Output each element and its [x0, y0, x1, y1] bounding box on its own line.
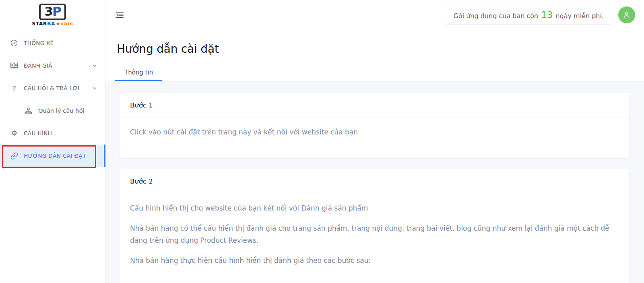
card-paragraph: Click vào nút cài đặt trên trang này và …: [130, 126, 619, 138]
star-icon: ★: [56, 21, 60, 27]
page-title: Hướng dẫn cài đặt: [117, 42, 644, 56]
logo-word-ba: BA: [47, 21, 55, 27]
gear-icon: ⚙: [10, 130, 19, 137]
logo-text-p: P: [52, 5, 61, 18]
trial-notice: Gói ứng dụng của bạn còn 13 ngày miễn ph…: [445, 6, 612, 25]
chevron-down-icon: [92, 86, 97, 91]
card-body: Click vào nút cài đặt trên trang này và …: [120, 118, 629, 158]
sidebar: 3P STARBA★com THỐNG KÊ: [0, 0, 105, 283]
logo-word-star: STAR: [32, 21, 47, 27]
sidebar-item-label: CẤU HÌNH: [24, 130, 52, 136]
sidebar-collapse-button[interactable]: [115, 11, 124, 19]
trial-notice-prefix: Gói ứng dụng của bạn còn: [453, 12, 538, 20]
step-1-card: Bước 1 Click vào nút cài đặt trên trang …: [119, 93, 630, 159]
tab-label: Thông tin: [124, 69, 153, 76]
sidebar-item-label: Quản lý câu hỏi: [38, 107, 85, 114]
sidebar-item-label: ĐÁNH GIÁ: [24, 62, 52, 69]
content-area: Bước 1 Click vào nút cài đặt trên trang …: [105, 81, 644, 283]
book-icon: [10, 62, 19, 70]
user-avatar-button[interactable]: [618, 6, 635, 23]
topbar: Gói ứng dụng của bạn còn 13 ngày miễn ph…: [105, 0, 644, 30]
link-icon: [10, 152, 19, 160]
sidebar-item-label: HƯỚNG DẪN CÀI ĐẶT: [24, 153, 86, 159]
sidebar-item-quan-ly-cau-hoi[interactable]: Quản lý câu hỏi: [0, 99, 105, 122]
chevron-down-icon: [92, 63, 97, 68]
logo-word-com: com: [61, 21, 73, 27]
main-content: Hướng dẫn cài đặt Thông tin Bước 1 Click…: [105, 30, 644, 283]
step-2-card: Bước 2 Cấu hình hiển thị cho website của…: [119, 169, 630, 283]
sidebar-item-huong-dan-cai-dat[interactable]: HƯỚNG DẪN CÀI ĐẶT: [0, 145, 105, 167]
trial-days-remaining: 13: [541, 10, 553, 20]
sidebar-nav: THỐNG KÊ ĐÁNH GIÁ ? CÂU HỎI & TRẢ LỜI: [0, 30, 105, 167]
sidebar-item-cau-hoi-tra-loi[interactable]: ? CÂU HỎI & TRẢ LỜI: [0, 77, 105, 99]
tab-bar: Thông tin: [105, 64, 644, 81]
sidebar-item-cau-hinh[interactable]: ⚙ CẤU HÌNH: [0, 122, 105, 145]
card-header: Bước 1: [120, 93, 629, 118]
brand-logo-mark: 3P: [39, 4, 66, 20]
sitemap-icon: [24, 107, 33, 114]
question-icon: ?: [10, 84, 19, 93]
card-paragraph: Nhà bán hàng thực hiện cấu hình hiển thị…: [130, 254, 619, 266]
brand-logo-wordmark: STARBA★com: [32, 21, 73, 27]
gauge-icon: [10, 39, 19, 47]
active-item-indicator: [104, 145, 105, 167]
card-header: Bước 2: [120, 169, 629, 194]
card-paragraph: Cấu hình hiển thị cho website của bạn kế…: [130, 202, 619, 214]
sidebar-item-danh-gia[interactable]: ĐÁNH GIÁ: [0, 54, 105, 77]
sidebar-item-label: CÂU HỎI & TRẢ LỜI: [24, 85, 79, 91]
brand-logo[interactable]: 3P STARBA★com: [0, 0, 105, 30]
logo-text-3: 3: [44, 5, 52, 18]
trial-notice-suffix: ngày miễn phí.: [555, 12, 604, 20]
person-icon: [622, 10, 632, 20]
sidebar-item-label: THỐNG KÊ: [24, 40, 54, 46]
card-body: Cấu hình hiển thị cho website của bạn kế…: [120, 194, 629, 283]
sidebar-item-thong-ke[interactable]: THỐNG KÊ: [0, 32, 105, 54]
tab-thong-tin[interactable]: Thông tin: [115, 64, 162, 81]
card-paragraph: Nhà bán hàng có thể cấu hiển thị đánh gi…: [130, 222, 619, 246]
